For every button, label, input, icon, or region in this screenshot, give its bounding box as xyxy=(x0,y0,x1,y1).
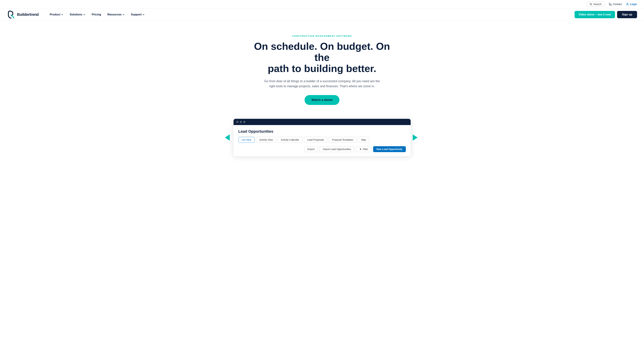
filter-icon: ▼ xyxy=(359,148,362,151)
video-demo-button[interactable]: Video demo – see it now xyxy=(574,11,615,18)
hero-section: CONSTRUCTION MANAGEMENT SOFTWARE On sche… xyxy=(244,21,400,112)
svg-point-2 xyxy=(627,3,628,4)
logo[interactable]: Buildertrend xyxy=(7,10,39,19)
svg-point-0 xyxy=(590,3,592,5)
titlebar-dot-1 xyxy=(236,121,238,123)
nav-links: Product Solutions Pricing Resources Supp… xyxy=(47,12,574,17)
logo-icon xyxy=(7,10,15,19)
nav-item-solutions[interactable]: Solutions xyxy=(67,12,88,17)
tab-list-view[interactable]: List View xyxy=(238,137,255,143)
chevron-down-icon xyxy=(142,13,145,16)
nav-item-product[interactable]: Product xyxy=(47,12,66,17)
import-lead-opportunities-button[interactable]: Import Lead Opportunities xyxy=(320,146,354,152)
left-chevron-icon xyxy=(225,134,230,141)
new-lead-opportunity-button[interactable]: New Lead Opportunity xyxy=(373,146,406,152)
chevron-down-icon xyxy=(83,13,86,16)
app-window: Lead Opportunities List View Activity Vi… xyxy=(234,119,411,156)
tab-map[interactable]: Map xyxy=(358,137,369,143)
contact-link[interactable]: Contact xyxy=(609,2,622,5)
phone-icon xyxy=(609,3,612,5)
tab-proposal-templates[interactable]: Proposal Templates xyxy=(329,137,357,143)
titlebar-dot-2 xyxy=(240,121,242,123)
chevron-down-icon xyxy=(61,13,64,16)
nav-item-support[interactable]: Support xyxy=(128,12,148,17)
nav-cta-area: Video demo – see it now Sign up xyxy=(574,11,637,18)
tab-activity-calendar[interactable]: Activity Calendar xyxy=(278,137,302,143)
app-toolbar: Export Import Lead Opportunities ▼ Filte… xyxy=(238,146,406,152)
logo-text: Buildertrend xyxy=(17,12,39,17)
hero-headline: On schedule. On budget. On the path to b… xyxy=(251,41,393,74)
signup-button[interactable]: Sign up xyxy=(617,11,637,18)
app-tabs: List View Activity View Activity Calenda… xyxy=(238,137,406,143)
app-section-title: Lead Opportunities xyxy=(238,129,406,134)
hero-eyebrow: CONSTRUCTION MANAGEMENT SOFTWARE xyxy=(251,35,393,37)
svg-line-1 xyxy=(591,4,592,5)
hero-subtext: Go from doer of all things to a builder … xyxy=(263,79,381,89)
user-icon xyxy=(626,2,629,5)
search-label: Search xyxy=(593,2,602,5)
main-nav: Buildertrend Product Solutions Pricing R… xyxy=(0,8,644,21)
top-bar: Search Contact Login xyxy=(0,0,644,8)
app-content: Lead Opportunities List View Activity Vi… xyxy=(234,125,411,156)
nav-item-pricing[interactable]: Pricing xyxy=(89,12,104,17)
prev-arrow[interactable] xyxy=(223,133,232,142)
next-arrow[interactable] xyxy=(411,133,419,142)
filter-button[interactable]: ▼ Filter xyxy=(356,146,372,152)
app-titlebar xyxy=(234,119,411,125)
tab-lead-proposals[interactable]: Lead Proposals xyxy=(304,137,327,143)
right-chevron-icon xyxy=(413,134,418,141)
search-button[interactable]: Search xyxy=(586,1,605,7)
chevron-down-icon xyxy=(122,13,125,16)
tab-activity-view[interactable]: Activity View xyxy=(256,137,276,143)
watch-demo-button[interactable]: Watch a demo xyxy=(304,95,340,105)
titlebar-dot-3 xyxy=(243,121,245,123)
export-button[interactable]: Export xyxy=(304,146,318,152)
app-preview-section: Lead Opportunities List View Activity Vi… xyxy=(226,119,418,156)
nav-item-resources[interactable]: Resources xyxy=(104,12,128,17)
login-link[interactable]: Login xyxy=(626,2,637,5)
search-icon xyxy=(590,3,592,5)
